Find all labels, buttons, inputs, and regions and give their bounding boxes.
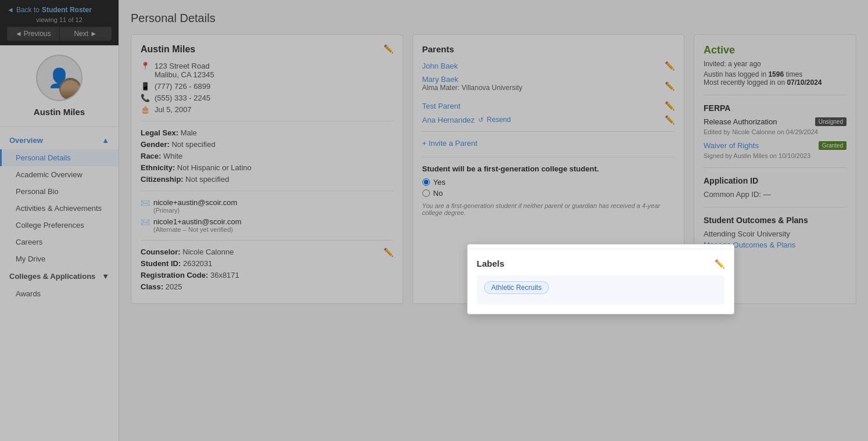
parent-name-0[interactable]: John Baek — [422, 62, 458, 70]
parent-row-1: Mary Baek Alma Mater: Villanova Universi… — [422, 75, 675, 96]
next-arrow-icon: ► — [90, 30, 97, 38]
parent-row-2: Test Parent ✏️ — [422, 101, 675, 110]
sidebar-item-personal-details[interactable]: Personal Details — [0, 149, 119, 166]
edit-student-icon[interactable]: ✏️ — [383, 44, 393, 53]
email-primary-address: nicole+austin@scoir.com — [153, 198, 237, 207]
student-info-header: Austin Miles ✏️ — [141, 44, 393, 55]
no-radio[interactable] — [422, 189, 430, 197]
mobile-row: 📱 (777) 726 - 6899 — [141, 82, 393, 91]
outcomes-section-label: Student Outcomes & Plans — [704, 216, 847, 225]
sidebar-item-activities-achievements[interactable]: Activities & Achievements — [0, 200, 119, 217]
overview-chevron-icon: ▲ — [102, 136, 109, 145]
gender-value: Not specified — [171, 140, 215, 149]
yes-label: Yes — [433, 178, 446, 187]
athletic-recruits-chip[interactable]: Athletic Recruits — [484, 281, 550, 294]
colleges-section-header[interactable]: Colleges & Applications ▼ — [0, 267, 119, 285]
sidebar-item-college-preferences[interactable]: College Preferences — [0, 217, 119, 234]
email-primary-row: ✉️ nicole+austin@scoir.com (Primary) — [141, 198, 393, 214]
page-title: Personal Details — [131, 12, 856, 25]
location-icon: 📍 — [141, 62, 150, 70]
labels-body: Labels ✏️ Athletic Recruits — [468, 249, 734, 314]
first-gen-note: You are a first-generation student if ne… — [422, 202, 675, 216]
overview-label: Overview — [9, 136, 43, 145]
app-id-section-label: Application ID — [704, 176, 847, 185]
parent-row-0: John Baek ✏️ — [422, 61, 675, 70]
class-label: Class: — [141, 282, 163, 291]
next-label: Next — [74, 30, 88, 38]
sidebar-item-careers[interactable]: Careers — [0, 234, 119, 250]
class-row: Class: 2025 — [141, 282, 239, 291]
release-auth-row: Release Authorization Unsigned — [704, 117, 847, 126]
waiver-of-rights-link[interactable]: Waiver of Rights — [704, 141, 759, 150]
previous-button[interactable]: ◄ Previous — [7, 27, 59, 41]
release-auth-subtext: Edited by Nicole Calonne on 04/29/2024 — [704, 128, 847, 135]
main-content: Personal Details Austin Miles ✏️ 📍 123 S… — [119, 0, 868, 441]
labels-top-bar — [468, 245, 734, 249]
parents-title: Parents — [422, 44, 675, 54]
prev-arrow-icon: ◄ — [15, 30, 22, 38]
edit-parent-1-icon[interactable]: ✏️ — [665, 81, 675, 91]
parent-name-1[interactable]: Mary Baek — [422, 75, 523, 84]
date-of-birth: Jul 5, 2007 — [155, 105, 192, 114]
phone-number: (555) 333 - 2245 — [155, 94, 210, 102]
sidebar-item-awards[interactable]: Awards — [0, 285, 119, 302]
edit-parent-0-icon[interactable]: ✏️ — [665, 61, 675, 70]
resend-link[interactable]: Resend — [487, 116, 511, 124]
roster-label: Student Roster — [42, 6, 92, 14]
overview-section-header[interactable]: Overview ▲ — [0, 131, 119, 149]
previous-label: Previous — [24, 30, 51, 38]
release-auth-badge: Unsigned — [815, 117, 847, 126]
no-radio-row: No — [422, 189, 675, 198]
parent-detail-1: Alma Mater: Villanova University — [422, 84, 523, 92]
logged-in-suffix: times — [784, 70, 802, 78]
sidebar-top: ◄ Back to Student Roster viewing 11 of 1… — [0, 0, 119, 45]
counselor-row: Counselor: Nicole Calonne — [141, 248, 239, 256]
address-line1: 123 Street Road — [155, 62, 214, 70]
invite-parent-button[interactable]: + Invite a Parent — [422, 139, 675, 148]
email-alternate-address: nicole1+austin@scoir.com — [153, 217, 242, 226]
first-gen-question: Student will be a first-generation colle… — [422, 164, 675, 173]
gender-row: Gender: Not specified — [141, 140, 393, 149]
edit-labels-icon[interactable]: ✏️ — [715, 259, 724, 268]
reg-code-label: Registration Code: — [141, 271, 208, 279]
common-app-row: Common App ID: — — [704, 190, 847, 199]
student-id-row: Student ID: 2632031 — [141, 259, 239, 268]
race-label: Race: — [141, 152, 161, 160]
email-primary-label: (Primary) — [153, 207, 237, 214]
labels-inner: Athletic Recruits — [477, 275, 724, 304]
sidebar-item-academic-overview[interactable]: Academic Overview — [0, 166, 119, 183]
edit-parent-3-icon[interactable]: ✏️ — [665, 115, 675, 124]
ferpa-section-label: FERPA — [704, 103, 847, 113]
sidebar-item-personal-bio[interactable]: Personal Bio — [0, 183, 119, 200]
back-arrow-icon: ◄ — [7, 6, 14, 14]
sidebar-item-my-drive[interactable]: My Drive — [0, 250, 119, 267]
edit-counselor-icon[interactable]: ✏️ — [383, 248, 393, 257]
parent-name-2[interactable]: Test Parent — [422, 102, 461, 110]
avatar-section: 👤 Austin Miles — [0, 45, 119, 127]
most-recently-label: Most recently logged in on — [704, 78, 787, 87]
legal-sex-value: Male — [181, 128, 197, 137]
ethnicity-value: Not Hispanic or Latino — [177, 163, 252, 172]
last-login-date: 07/10/2024 — [787, 78, 822, 87]
counselor-header: Counselor: Nicole Calonne Student ID: 26… — [141, 248, 393, 294]
back-to-roster-link[interactable]: ◄ Back to Student Roster — [7, 6, 112, 14]
common-app-value: — — [763, 190, 771, 199]
legal-sex-label: Legal Sex: — [141, 128, 178, 137]
reg-code-row: Registration Code: 36x8171 — [141, 271, 239, 279]
logged-in-count: 1596 — [768, 70, 784, 78]
avatar: 👤 — [36, 55, 83, 101]
attending-label: Attending Scoir University — [704, 230, 847, 238]
sidebar-student-name: Austin Miles — [34, 107, 85, 117]
counselor-section: Counselor: Nicole Calonne Student ID: 26… — [141, 248, 393, 294]
invited-text: Invited: a year ago — [704, 60, 847, 68]
parent-name-3[interactable]: Ana Hernandez — [422, 116, 475, 124]
colleges-label: Colleges & Applications — [9, 272, 95, 281]
next-button[interactable]: Next ► — [60, 27, 112, 41]
common-app-label: Common App ID: — [704, 190, 761, 199]
yes-radio[interactable] — [422, 178, 430, 186]
student-info-card: Austin Miles ✏️ 📍 123 Street Road Malibu… — [131, 34, 403, 304]
edit-parent-2-icon[interactable]: ✏️ — [665, 101, 675, 110]
phone-row: 📞 (555) 333 - 2245 — [141, 94, 393, 102]
citizenship-value: Not specified — [185, 175, 229, 184]
sidebar-navigation: Overview ▲ Personal Details Academic Ove… — [0, 127, 119, 307]
